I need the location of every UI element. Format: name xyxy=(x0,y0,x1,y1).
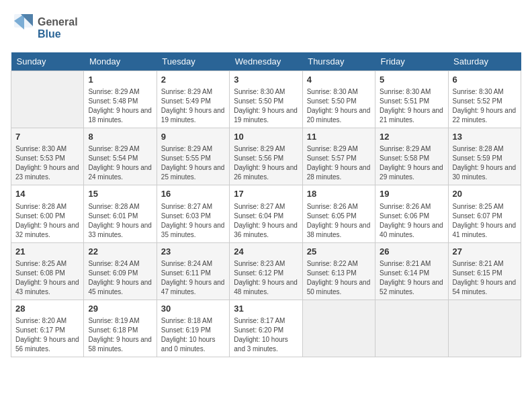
svg-text:Blue: Blue xyxy=(38,28,61,40)
calendar-cell: 3Sunrise: 8:30 AMSunset: 5:50 PMDaylight… xyxy=(230,71,302,128)
calendar-cell: 2Sunrise: 8:29 AMSunset: 5:49 PMDaylight… xyxy=(157,71,229,128)
day-info: Sunrise: 8:29 AMSunset: 5:49 PMDaylight:… xyxy=(161,87,225,125)
day-info: Sunrise: 8:21 AMSunset: 6:14 PMDaylight:… xyxy=(380,259,443,297)
day-number: 25 xyxy=(307,246,371,258)
calendar-cell: 12Sunrise: 8:29 AMSunset: 5:58 PMDayligh… xyxy=(375,128,448,185)
calendar-cell: 26Sunrise: 8:21 AMSunset: 6:14 PMDayligh… xyxy=(375,242,448,300)
calendar-cell xyxy=(375,300,448,357)
calendar-cell: 16Sunrise: 8:27 AMSunset: 6:03 PMDayligh… xyxy=(157,185,229,242)
days-header-row: SundayMondayTuesdayWednesdayThursdayFrid… xyxy=(11,52,521,71)
week-row-4: 21Sunrise: 8:25 AMSunset: 6:08 PMDayligh… xyxy=(11,242,521,300)
day-number: 2 xyxy=(161,74,225,86)
day-number: 24 xyxy=(234,246,298,258)
day-info: Sunrise: 8:28 AMSunset: 6:00 PMDaylight:… xyxy=(15,202,79,240)
day-header-monday: Monday xyxy=(84,52,157,71)
calendar-cell: 13Sunrise: 8:28 AMSunset: 5:59 PMDayligh… xyxy=(448,128,521,185)
calendar-cell: 28Sunrise: 8:20 AMSunset: 6:17 PMDayligh… xyxy=(11,300,84,357)
day-info: Sunrise: 8:20 AMSunset: 6:17 PMDaylight:… xyxy=(15,316,79,354)
calendar-cell: 9Sunrise: 8:29 AMSunset: 5:55 PMDaylight… xyxy=(157,128,229,185)
day-info: Sunrise: 8:27 AMSunset: 6:04 PMDaylight:… xyxy=(234,202,298,240)
day-number: 18 xyxy=(307,188,371,200)
day-number: 28 xyxy=(15,303,79,315)
calendar-cell xyxy=(11,71,84,128)
calendar-cell: 19Sunrise: 8:26 AMSunset: 6:06 PMDayligh… xyxy=(375,185,448,242)
svg-text:General: General xyxy=(38,16,78,28)
day-info: Sunrise: 8:27 AMSunset: 6:03 PMDaylight:… xyxy=(161,202,225,240)
day-info: Sunrise: 8:29 AMSunset: 5:58 PMDaylight:… xyxy=(380,144,443,182)
calendar-cell: 5Sunrise: 8:30 AMSunset: 5:51 PMDaylight… xyxy=(375,71,448,128)
day-number: 14 xyxy=(15,188,79,200)
day-number: 9 xyxy=(161,131,225,143)
calendar-cell: 1Sunrise: 8:29 AMSunset: 5:48 PMDaylight… xyxy=(84,71,157,128)
day-info: Sunrise: 8:29 AMSunset: 5:56 PMDaylight:… xyxy=(234,144,298,182)
day-info: Sunrise: 8:30 AMSunset: 5:51 PMDaylight:… xyxy=(380,87,443,125)
day-number: 29 xyxy=(88,303,152,315)
day-number: 13 xyxy=(453,131,517,143)
day-number: 22 xyxy=(88,246,152,258)
day-info: Sunrise: 8:29 AMSunset: 5:54 PMDaylight:… xyxy=(88,144,152,182)
day-number: 11 xyxy=(307,131,371,143)
calendar-cell: 15Sunrise: 8:28 AMSunset: 6:01 PMDayligh… xyxy=(84,185,157,242)
day-info: Sunrise: 8:30 AMSunset: 5:53 PMDaylight:… xyxy=(15,144,79,182)
week-row-2: 7Sunrise: 8:30 AMSunset: 5:53 PMDaylight… xyxy=(11,128,521,185)
day-header-tuesday: Tuesday xyxy=(157,52,229,71)
day-info: Sunrise: 8:26 AMSunset: 6:05 PMDaylight:… xyxy=(307,202,371,240)
calendar-cell: 4Sunrise: 8:30 AMSunset: 5:50 PMDaylight… xyxy=(302,71,375,128)
calendar-cell: 10Sunrise: 8:29 AMSunset: 5:56 PMDayligh… xyxy=(230,128,302,185)
day-header-sunday: Sunday xyxy=(11,52,84,71)
day-info: Sunrise: 8:30 AMSunset: 5:50 PMDaylight:… xyxy=(234,87,298,125)
calendar-cell: 31Sunrise: 8:17 AMSunset: 6:20 PMDayligh… xyxy=(230,300,302,357)
day-header-friday: Friday xyxy=(375,52,448,71)
day-info: Sunrise: 8:29 AMSunset: 5:57 PMDaylight:… xyxy=(307,144,371,182)
day-number: 17 xyxy=(234,188,298,200)
day-info: Sunrise: 8:25 AMSunset: 6:08 PMDaylight:… xyxy=(15,259,79,297)
calendar-cell: 27Sunrise: 8:21 AMSunset: 6:15 PMDayligh… xyxy=(448,242,521,300)
day-number: 27 xyxy=(453,246,517,258)
calendar-cell: 20Sunrise: 8:25 AMSunset: 6:07 PMDayligh… xyxy=(448,185,521,242)
header: General Blue xyxy=(11,11,521,44)
day-number: 8 xyxy=(88,131,152,143)
day-info: Sunrise: 8:18 AMSunset: 6:19 PMDaylight:… xyxy=(161,316,225,354)
day-info: Sunrise: 8:21 AMSunset: 6:15 PMDaylight:… xyxy=(453,259,517,297)
day-number: 26 xyxy=(380,246,443,258)
day-number: 7 xyxy=(15,131,79,143)
day-info: Sunrise: 8:24 AMSunset: 6:09 PMDaylight:… xyxy=(88,259,152,297)
day-info: Sunrise: 8:29 AMSunset: 5:55 PMDaylight:… xyxy=(161,144,225,182)
calendar-cell: 14Sunrise: 8:28 AMSunset: 6:00 PMDayligh… xyxy=(11,185,84,242)
day-header-wednesday: Wednesday xyxy=(230,52,302,71)
calendar-cell: 23Sunrise: 8:24 AMSunset: 6:11 PMDayligh… xyxy=(157,242,229,300)
calendar-cell: 18Sunrise: 8:26 AMSunset: 6:05 PMDayligh… xyxy=(302,185,375,242)
calendar-cell xyxy=(302,300,375,357)
week-row-3: 14Sunrise: 8:28 AMSunset: 6:00 PMDayligh… xyxy=(11,185,521,242)
day-header-saturday: Saturday xyxy=(448,52,521,71)
day-number: 15 xyxy=(88,188,152,200)
calendar-cell: 30Sunrise: 8:18 AMSunset: 6:19 PMDayligh… xyxy=(157,300,229,357)
week-row-1: 1Sunrise: 8:29 AMSunset: 5:48 PMDaylight… xyxy=(11,71,521,128)
calendar-cell: 6Sunrise: 8:30 AMSunset: 5:52 PMDaylight… xyxy=(448,71,521,128)
calendar-cell: 17Sunrise: 8:27 AMSunset: 6:04 PMDayligh… xyxy=(230,185,302,242)
logo: General Blue xyxy=(11,11,91,44)
day-info: Sunrise: 8:22 AMSunset: 6:13 PMDaylight:… xyxy=(307,259,371,297)
day-number: 4 xyxy=(307,74,371,86)
day-number: 6 xyxy=(453,74,517,86)
day-number: 31 xyxy=(234,303,298,315)
day-info: Sunrise: 8:25 AMSunset: 6:07 PMDaylight:… xyxy=(453,202,517,240)
day-number: 10 xyxy=(234,131,298,143)
day-number: 12 xyxy=(380,131,443,143)
calendar-cell xyxy=(448,300,521,357)
logo-svg: General Blue xyxy=(11,11,91,44)
day-number: 30 xyxy=(161,303,225,315)
day-info: Sunrise: 8:28 AMSunset: 6:01 PMDaylight:… xyxy=(88,202,152,240)
day-info: Sunrise: 8:29 AMSunset: 5:48 PMDaylight:… xyxy=(88,87,152,125)
calendar-cell: 24Sunrise: 8:23 AMSunset: 6:12 PMDayligh… xyxy=(230,242,302,300)
calendar-cell: 29Sunrise: 8:19 AMSunset: 6:18 PMDayligh… xyxy=(84,300,157,357)
calendar-cell: 21Sunrise: 8:25 AMSunset: 6:08 PMDayligh… xyxy=(11,242,84,300)
calendar-cell: 7Sunrise: 8:30 AMSunset: 5:53 PMDaylight… xyxy=(11,128,84,185)
day-info: Sunrise: 8:28 AMSunset: 5:59 PMDaylight:… xyxy=(453,144,517,182)
day-info: Sunrise: 8:30 AMSunset: 5:50 PMDaylight:… xyxy=(307,87,371,125)
calendar-cell: 25Sunrise: 8:22 AMSunset: 6:13 PMDayligh… xyxy=(302,242,375,300)
day-number: 21 xyxy=(15,246,79,258)
week-row-5: 28Sunrise: 8:20 AMSunset: 6:17 PMDayligh… xyxy=(11,300,521,357)
day-info: Sunrise: 8:30 AMSunset: 5:52 PMDaylight:… xyxy=(453,87,517,125)
day-header-thursday: Thursday xyxy=(302,52,375,71)
